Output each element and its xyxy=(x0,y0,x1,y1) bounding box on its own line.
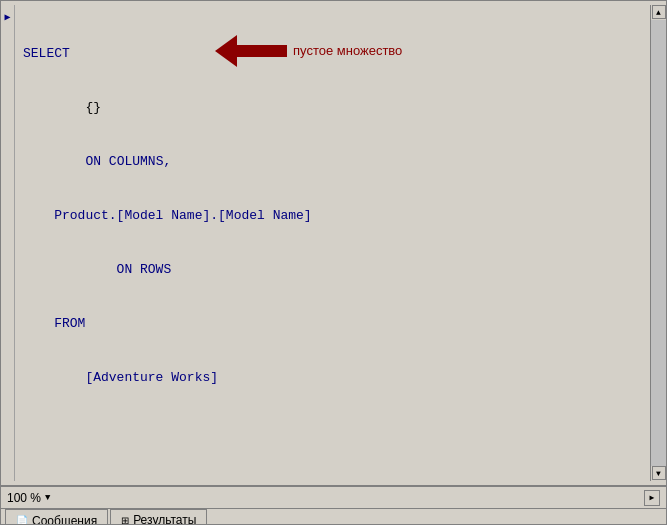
scroll-up-arrow[interactable]: ▲ xyxy=(652,5,666,19)
annotation-container: пустое множество xyxy=(215,35,402,67)
code-line-4: Product.[Model Name].[Model Name] xyxy=(23,207,642,225)
tab-messages-label: Сообщения xyxy=(32,514,97,525)
code-line-3: ON COLUMNS, xyxy=(23,153,642,171)
arrow-body xyxy=(237,45,287,57)
zoom-bar: 100 % ▼ ▶ xyxy=(1,487,666,509)
line-pointer: ▶ xyxy=(4,9,10,27)
line-indicator: ▶ xyxy=(1,5,15,481)
annotation-text: пустое множество xyxy=(293,42,402,60)
code-line-2: {} xyxy=(23,99,642,117)
arrow-head xyxy=(215,35,237,67)
zoom-label: 100 % xyxy=(7,491,41,505)
results-panel: 📄 Сообщения ⊞ Результаты All-Purpose Bik… xyxy=(1,509,666,524)
zoom-right-scroll[interactable]: ▶ xyxy=(644,490,660,506)
scroll-down-arrow[interactable]: ▼ xyxy=(652,466,666,480)
code-line-6: FROM xyxy=(23,315,642,333)
results-icon: ⊞ xyxy=(121,515,129,525)
tab-results[interactable]: ⊞ Результаты xyxy=(110,509,207,524)
editor-vscroll[interactable]: ▲ ▼ xyxy=(650,5,666,481)
code-line-5: ON ROWS xyxy=(23,261,642,279)
code-content[interactable]: SELECT {} ON COLUMNS, Product.[Model Nam… xyxy=(15,5,650,481)
main-container: ▶ SELECT {} ON COLUMNS, Product.[Model N… xyxy=(0,0,667,525)
code-line-7: [Adventure Works] xyxy=(23,369,642,387)
zoom-dropdown-arrow[interactable]: ▼ xyxy=(45,493,50,503)
scroll-track[interactable] xyxy=(651,20,666,466)
messages-icon: 📄 xyxy=(16,515,28,524)
tabs-bar: 📄 Сообщения ⊞ Результаты xyxy=(1,509,666,524)
arrow-shape xyxy=(215,35,287,67)
code-editor: ▶ SELECT {} ON COLUMNS, Product.[Model N… xyxy=(1,1,666,487)
tab-results-label: Результаты xyxy=(133,513,196,524)
tab-messages[interactable]: 📄 Сообщения xyxy=(5,509,108,524)
